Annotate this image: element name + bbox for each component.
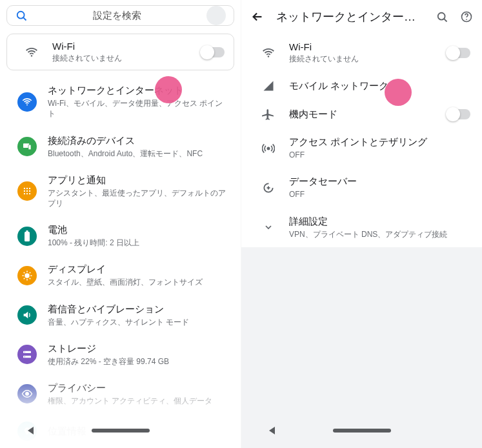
wifi-icon bbox=[16, 45, 47, 59]
svg-line-33 bbox=[444, 19, 447, 21]
svg-rect-15 bbox=[25, 232, 30, 241]
wifi-card[interactable]: Wi-Fi 接続されていません bbox=[6, 34, 234, 70]
advanced-row[interactable]: 詳細設定 VPN、プライベート DNS、アダプティブ接続 bbox=[241, 208, 482, 247]
mobile-network-row[interactable]: モバイル ネットワーク bbox=[241, 72, 482, 100]
svg-line-24 bbox=[24, 278, 25, 280]
svg-rect-16 bbox=[26, 230, 28, 232]
settings-root-screen: 設定を検索 Wi-Fi 接続されていません ネットワークとインターネット Wi-… bbox=[0, 0, 241, 448]
airplane-icon bbox=[253, 108, 284, 121]
search-icon[interactable] bbox=[436, 10, 448, 23]
cellular-icon bbox=[253, 79, 284, 92]
svg-point-11 bbox=[29, 190, 30, 192]
search-icon bbox=[15, 9, 28, 22]
svg-point-6 bbox=[24, 188, 25, 189]
nav-home-pill[interactable] bbox=[333, 429, 391, 433]
wifi-title: Wi-Fi bbox=[52, 41, 201, 52]
airplane-mode-row[interactable]: 機内モード bbox=[241, 100, 482, 128]
nav-back-button[interactable] bbox=[269, 427, 275, 434]
svg-line-23 bbox=[30, 278, 31, 280]
svg-point-29 bbox=[25, 356, 25, 357]
apps-icon bbox=[17, 181, 37, 201]
help-icon[interactable] bbox=[460, 10, 473, 23]
item-privacy[interactable]: プライバシー 権限、アカウント アクティビティ、個人データ bbox=[0, 374, 241, 414]
wifi-subtitle: 接続されていません bbox=[52, 53, 201, 63]
item-battery[interactable]: 電池 100% - 残り時間: 2 日以上 bbox=[0, 216, 241, 256]
svg-line-25 bbox=[30, 272, 31, 274]
svg-point-9 bbox=[24, 190, 25, 192]
item-sound[interactable]: 着信音とバイブレーション 音量、ハプティクス、サイレント モード bbox=[0, 296, 241, 335]
sound-icon bbox=[17, 305, 37, 325]
nav-home-pill[interactable] bbox=[92, 429, 150, 433]
back-icon[interactable] bbox=[250, 10, 265, 24]
item-display[interactable]: ディスプレイ スタイル、壁紙、画面消灯、フォントサイズ bbox=[0, 256, 241, 295]
svg-line-22 bbox=[24, 272, 25, 274]
svg-point-7 bbox=[26, 188, 28, 189]
battery-icon bbox=[17, 227, 37, 246]
svg-point-12 bbox=[24, 193, 25, 194]
system-navbar bbox=[241, 413, 482, 448]
avatar[interactable] bbox=[206, 6, 226, 25]
app-bar: ネットワークとインター… bbox=[241, 0, 482, 34]
search-bar[interactable]: 設定を検索 bbox=[6, 5, 234, 26]
wifi-circle-icon bbox=[17, 92, 37, 112]
svg-point-13 bbox=[26, 193, 28, 194]
wifi-toggle[interactable] bbox=[447, 48, 470, 58]
nav-back-button[interactable] bbox=[28, 427, 34, 434]
page-title: ネットワークとインター… bbox=[276, 9, 424, 25]
hotspot-tethering-row[interactable]: アクセス ポイントとテザリング OFF bbox=[241, 128, 482, 168]
item-storage[interactable]: ストレージ 使用済み 22% - 空き容量 99.74 GB bbox=[0, 335, 241, 374]
svg-point-37 bbox=[267, 147, 269, 149]
svg-point-14 bbox=[29, 193, 30, 194]
wifi-row[interactable]: Wi-Fi 接続されていません bbox=[241, 34, 482, 72]
storage-icon bbox=[17, 345, 37, 364]
data-saver-row[interactable]: データセーバー OFF bbox=[241, 168, 482, 207]
display-icon bbox=[17, 266, 37, 285]
svg-point-0 bbox=[17, 12, 25, 19]
svg-point-17 bbox=[25, 274, 29, 278]
airplane-toggle[interactable] bbox=[447, 109, 470, 119]
item-network-internet[interactable]: ネットワークとインターネット Wi-Fi、モバイル、データ使用量、アクセス ポイ… bbox=[0, 77, 241, 127]
wifi-toggle[interactable] bbox=[201, 47, 225, 57]
svg-point-8 bbox=[29, 188, 30, 189]
svg-rect-5 bbox=[28, 145, 31, 149]
svg-point-2 bbox=[31, 55, 32, 56]
chevron-down-icon bbox=[253, 222, 284, 232]
svg-point-30 bbox=[26, 392, 29, 396]
privacy-icon bbox=[17, 384, 37, 403]
svg-point-28 bbox=[25, 352, 25, 352]
svg-point-36 bbox=[268, 56, 269, 57]
svg-line-1 bbox=[23, 17, 26, 20]
svg-point-10 bbox=[26, 190, 28, 192]
system-navbar bbox=[0, 413, 241, 448]
data-saver-icon bbox=[253, 181, 284, 194]
item-apps-notifications[interactable]: アプリと通知 アシスタント、最近使ったアプリ、デフォルトのアプリ bbox=[0, 167, 241, 216]
network-internet-screen: ネットワークとインター… Wi-Fi 接続されていません モバイル ネットワーク bbox=[241, 0, 482, 448]
svg-point-35 bbox=[466, 19, 467, 20]
wifi-icon bbox=[253, 46, 284, 60]
svg-point-32 bbox=[438, 13, 445, 20]
devices-icon bbox=[17, 137, 37, 156]
hotspot-icon bbox=[253, 142, 284, 155]
item-connected-devices[interactable]: 接続済みのデバイス Bluetooth、Android Auto、運転モード、N… bbox=[0, 127, 241, 167]
search-placeholder: 設定を検索 bbox=[28, 10, 206, 22]
svg-point-3 bbox=[26, 104, 28, 105]
